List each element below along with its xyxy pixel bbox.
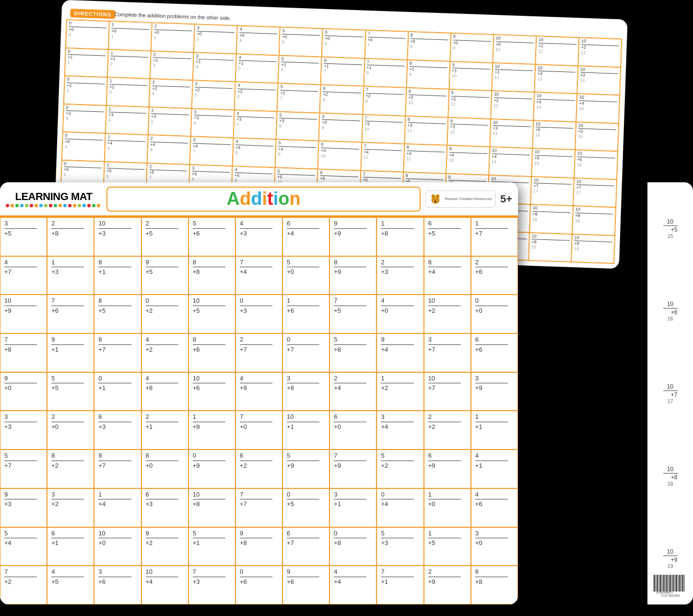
front-grid-cell: 6+0 [329,411,376,450]
dot [35,204,38,207]
svg-rect-18 [664,575,665,592]
front-grid-cell: 10+8 [188,488,235,527]
front-grid-cell: 3+4 [376,411,423,450]
back-grid-cell: 7+18 [364,58,407,88]
side-number: 10+818 [663,466,678,486]
front-grid-cell: 7+9 [329,450,376,488]
front-grid-cell: 7+4 [235,256,282,295]
back-grid-cell: 8+210 [405,88,449,118]
front-grid-cell: 0+5 [282,488,329,527]
front-grid-cell: 8+4 [424,256,471,295]
front-grid-cell: 6+1 [47,527,94,566]
front-grid-cell: 0+6 [235,566,282,604]
front-grid-cell: 5+6 [188,217,235,256]
back-grid-cell: 2+02 [151,23,195,52]
svg-rect-20 [666,575,667,592]
back-grid-cell: 6+410 [318,141,362,170]
addition-box: Addition [106,187,421,212]
front-grid-cell: 0+0 [471,295,518,333]
front-grid-cell: 6+7 [282,527,329,566]
back-grid-cell: 5+16 [278,55,322,85]
front-grid-cell: 4+8 [141,372,188,411]
front-grid-cell: 5+8 [329,333,376,372]
front-grid-cell: 6+9 [424,450,471,488]
front-grid-cell: 6+4 [282,217,329,256]
front-grid-cell: 5+5 [47,372,94,411]
svg-point-7 [435,201,436,202]
back-grid-cell: 5+38 [276,111,320,141]
dots-row [6,204,102,207]
front-grid-cell: 4+1 [471,450,518,488]
front-grid-cell: 4+4 [329,566,376,604]
front-grid-cell: 2+1 [141,411,188,450]
dot [6,204,9,207]
front-grid-cell: 7+3 [188,566,235,604]
dot [73,204,76,207]
svg-rect-31 [678,575,678,592]
back-grid-cell: 8+412 [403,144,447,174]
side-number: 10+717 [663,383,678,404]
svg-rect-32 [679,575,680,592]
front-grid-cell: 9+8 [235,527,282,566]
front-grid-cell: 8+1 [94,256,141,295]
svg-rect-21 [667,575,668,592]
back-grid-cell: 10+818 [572,206,616,236]
front-grid-cell: 2+0 [47,411,94,450]
back-grid-cell: 4+37 [234,110,277,140]
front-grid-cell: 5+9 [282,450,329,488]
front-grid-cell: 8+3 [94,411,141,450]
front-grid-cell: 7+8 [0,333,47,372]
back-grid-cell: 10+919 [529,232,572,262]
front-grid-cell: 1+4 [94,488,141,527]
front-grid-cell: 9+3 [0,488,47,527]
back-grid-cell: 6+06 [322,29,365,59]
back-grid-cell: 2+35 [148,107,192,137]
front-grid-cell: 5+7 [0,450,47,488]
directions-text: Complete the addition problems on the ot… [114,11,231,21]
back-grid-cell: 10+616 [574,150,618,179]
back-grid-cell: 10+414 [489,147,532,177]
front-grid-cell: 0+1 [94,372,141,411]
front-grid-cell: 7+5 [329,295,376,333]
front-grid-cell: 7+6 [47,295,94,333]
back-grid-cell: 2+13 [150,51,194,81]
back-grid-cell: 5+27 [277,83,321,113]
back-grid-cell: 1+12 [107,49,151,79]
front-grid-cell: 5+2 [376,450,423,488]
svg-rect-26 [672,575,673,592]
svg-rect-14 [660,575,661,592]
back-grid-cell: 10+313 [534,64,578,94]
front-grid-cell: 0+7 [282,333,329,372]
back-grid-cell: 6+39 [319,113,363,142]
dot [39,204,43,207]
side-number: 10+616 [663,301,678,321]
back-grid-cell: 4+26 [235,82,278,111]
front-grid-cell: 3+7 [424,333,471,372]
back-grid-cell: 10+313 [577,66,621,95]
svg-rect-28 [675,575,675,592]
front-grid-cell: 3+8 [282,372,329,411]
front-grid-cell: 9+2 [141,527,188,566]
publisher-name: Teacher Created Resources [444,197,492,201]
publisher-badge: Teacher Created Resources [425,190,495,208]
front-grid-cell: 9+4 [376,333,423,372]
svg-rect-23 [670,575,670,592]
dot [11,204,14,207]
front-grid-cell: 3+1 [329,488,376,527]
front-grid-cell: 10+2 [424,295,471,333]
dot [25,204,28,207]
back-grid-cell: 10+414 [533,92,577,122]
dot [87,204,91,207]
front-grid-cell: 0+8 [329,527,376,566]
svg-point-6 [436,198,437,199]
front-grid-cell: 0+2 [141,295,188,333]
front-grid-cell: 9+6 [282,566,329,604]
back-grid-cell: 8+311 [404,116,448,145]
back-grid-cell: 10+717 [530,176,574,206]
back-grid-cell: 3+25 [192,80,235,110]
front-header: LEARNING MAT Addition Teacher Created Re… [0,182,518,217]
dot [30,204,33,207]
back-grid-cell: 3+36 [191,108,235,138]
dot [54,204,57,207]
front-grid-cell: 5+4 [0,527,47,566]
